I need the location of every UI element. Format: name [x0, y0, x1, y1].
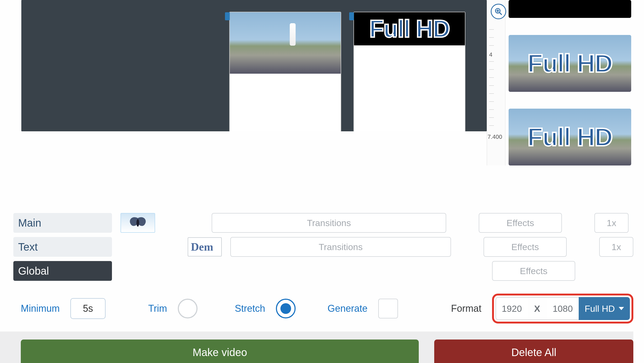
preview-frame-2[interactable]: Full HD: [509, 109, 631, 165]
minimum-label: Minimum: [21, 303, 60, 314]
clip-handle[interactable]: [225, 12, 230, 20]
clip-thumbnail: [230, 12, 341, 74]
preview-frame-0[interactable]: [509, 0, 631, 18]
speed-button-text[interactable]: 1x: [599, 237, 633, 257]
preview-canvas-area: 📌 📌 Full HD: [0, 0, 487, 165]
trim-radio[interactable]: [178, 299, 198, 318]
fullhd-overlay-text: Full HD: [528, 49, 612, 78]
stretch-radio[interactable]: [276, 299, 296, 318]
video-editor-app: 📌 📌 Full HD: [0, 0, 644, 363]
transitions-button-main[interactable]: Transitions: [212, 213, 446, 233]
timeline-ruler: 4 7.400: [487, 0, 505, 165]
format-width-input[interactable]: [496, 297, 528, 320]
stretch-label: Stretch: [235, 303, 265, 314]
lighthouse-graphic: [290, 23, 296, 46]
transitions-button-text[interactable]: Transitions: [230, 237, 451, 257]
preview-frame-1[interactable]: Full HD: [509, 35, 631, 92]
track-clip-main[interactable]: [120, 213, 155, 233]
minimum-input[interactable]: [70, 298, 106, 319]
footer-bar: Make video Delete All: [0, 332, 633, 363]
upper-area: 📌 📌 Full HD: [0, 0, 633, 165]
format-preset-dropdown[interactable]: Full HD: [579, 297, 630, 320]
effects-button-text[interactable]: Effects: [484, 237, 567, 257]
timeline-canvas[interactable]: 📌 📌 Full HD: [21, 0, 487, 131]
svg-line-1: [500, 13, 502, 15]
track-row-main: Main Transitions Effects 1x: [13, 213, 633, 233]
trim-label: Trim: [148, 303, 167, 314]
generate-label: Generate: [328, 303, 368, 314]
fullhd-overlay-text: Full HD: [369, 15, 450, 43]
format-group-highlighted: X Full HD: [492, 294, 633, 323]
delete-all-button[interactable]: Delete All: [434, 340, 633, 363]
format-preset-label: Full HD: [585, 303, 615, 314]
preview-strip: Full HD Full HD: [505, 0, 633, 165]
track-label-text[interactable]: Text: [13, 237, 112, 257]
track-row-global: Global Effects: [13, 261, 633, 281]
svg-point-4: [136, 219, 139, 227]
timeline-clip-1[interactable]: 📌: [229, 12, 341, 131]
track-row-text: Text Dem Transitions Effects 1x: [13, 237, 633, 257]
format-x-separator: X: [528, 297, 547, 320]
effects-button-main[interactable]: Effects: [479, 213, 562, 233]
clip-thumbnail: Full HD: [354, 12, 465, 45]
zoom-in-button[interactable]: [491, 4, 506, 19]
ruler-tick-label: 4: [489, 51, 492, 58]
clip-handle[interactable]: [349, 12, 354, 20]
track-clip-text[interactable]: Dem: [188, 237, 222, 257]
butterfly-icon: [127, 215, 148, 230]
speed-button-main[interactable]: 1x: [594, 213, 629, 233]
ruler-tick-label: 7.400: [488, 133, 502, 140]
track-label-main[interactable]: Main: [13, 213, 112, 233]
format-label: Format: [451, 303, 481, 314]
timeline-clip-2[interactable]: 📌 Full HD: [353, 12, 465, 131]
controls-row: Minimum Trim Stretch Generate Format X F…: [0, 286, 633, 332]
make-video-button[interactable]: Make video: [21, 340, 419, 363]
chevron-down-icon: [619, 307, 624, 310]
zoom-in-icon: [494, 7, 502, 15]
track-label-global[interactable]: Global: [13, 261, 112, 281]
effects-button-global[interactable]: Effects: [492, 261, 575, 281]
fullhd-overlay-text: Full HD: [528, 123, 612, 152]
track-panel: Main Transitions Effects 1x Text Dem Tra…: [0, 208, 633, 286]
format-height-input[interactable]: [547, 297, 579, 320]
generate-checkbox[interactable]: [378, 299, 398, 318]
